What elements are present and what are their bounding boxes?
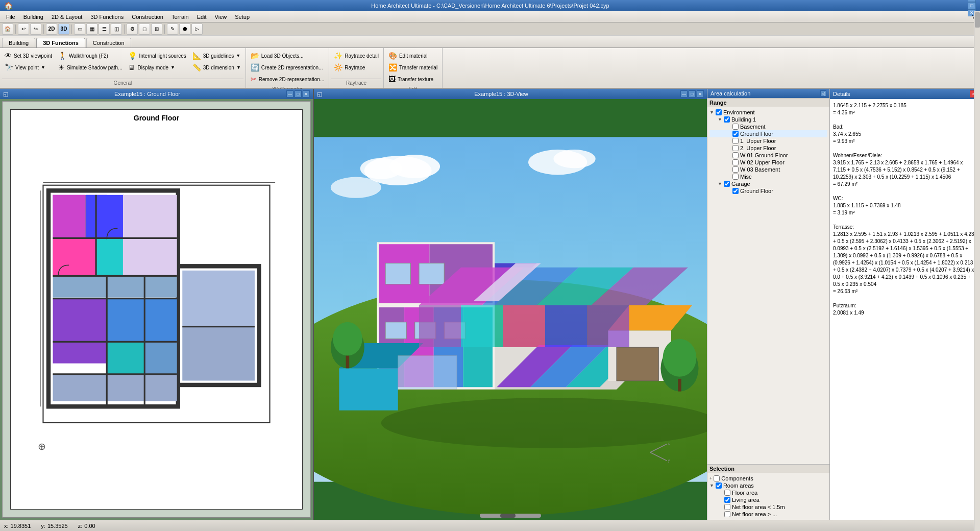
expand-components[interactable]: + (709, 476, 712, 481)
menubar: File Building 2D & Layout 3D Functions C… (0, 11, 980, 22)
load-3d-objects-btn[interactable]: 📂 Load 3D Objects... (248, 50, 327, 61)
transfer-material-btn[interactable]: 🔀 Transfer material (386, 62, 440, 73)
general-col2: 🚶 Walkthrough (F2) ☀ Simulate Shadow pat… (56, 50, 125, 73)
set-3d-viewpoint-btn[interactable]: 👁 Set 3D viewpoint (2, 50, 55, 61)
menu-file[interactable]: File (2, 11, 19, 22)
cb-net-floor-1[interactable] (724, 504, 730, 510)
cb-upper2[interactable] (732, 145, 739, 151)
tree-item-basement[interactable]: Basement (709, 123, 827, 130)
cb-upper1[interactable] (732, 138, 739, 144)
tree-item-groundfloor[interactable]: Ground Floor (709, 130, 827, 137)
main-toolbar: 👁 Set 3D viewpoint 🔭 View point ▼ 🚶 Walk… (0, 48, 980, 89)
details-scrollbar[interactable] (974, 11, 980, 531)
tree-item-room-areas[interactable]: ▼ Room areas (709, 482, 827, 489)
raytrace-btn[interactable]: 🔆 Raytrace (331, 62, 381, 73)
menu-3d-functions[interactable]: 3D Functions (86, 11, 128, 22)
undo-btn[interactable]: ↩ (18, 23, 29, 35)
tree-item-net-floor-1[interactable]: Net floor area < 1.5m (709, 503, 827, 511)
cb-room-areas[interactable] (716, 482, 722, 489)
view-point-btn[interactable]: 🔭 View point ▼ (2, 62, 55, 73)
tree-item-upper2[interactable]: 2. Upper Floor (709, 144, 827, 152)
internal-lights-btn[interactable]: 💡 Internal light sources (126, 50, 188, 61)
tree-item-building1[interactable]: ▼ Building 1 (709, 116, 827, 123)
view3d-scrollbar[interactable] (480, 514, 541, 518)
redo-btn[interactable]: ↪ (30, 23, 41, 35)
maximize-button[interactable]: □ (968, 2, 976, 9)
cb-w03[interactable] (732, 166, 739, 173)
cb-groundfloor[interactable] (732, 131, 739, 137)
square-btn[interactable]: ◻ (139, 23, 150, 35)
right-max-btn[interactable]: □ (689, 90, 696, 98)
tree-item-w03[interactable]: W 03 Basement (709, 166, 827, 173)
left-min-btn[interactable]: — (286, 90, 293, 98)
menu-construction[interactable]: Construction (128, 11, 167, 22)
expand-roomareas[interactable]: ▼ (709, 483, 714, 488)
cb-floor-area[interactable] (724, 490, 730, 496)
play-btn[interactable]: ▷ (191, 23, 203, 35)
menu-building[interactable]: Building (19, 11, 47, 22)
tree-item-environment[interactable]: ▼ Environment (709, 109, 827, 116)
grid2-btn[interactable]: ⊞ (151, 23, 162, 35)
guideline-icon: 📐 (192, 52, 201, 60)
cb-misc[interactable] (732, 174, 739, 180)
tree-item-net-floor-2[interactable]: Net floor area > ... (709, 511, 827, 518)
cb-garage[interactable] (724, 181, 730, 187)
edit-material-btn[interactable]: 🎨 Edit material (386, 50, 440, 61)
tree-item-floor-area[interactable]: Floor area (709, 489, 827, 496)
area-expand-btn[interactable]: ◁ (820, 90, 826, 96)
display-mode-btn[interactable]: 🖥 Display mode ▼ (126, 62, 188, 73)
3d-dimension-btn[interactable]: 📏 3D dimension ▼ (190, 62, 243, 73)
transfer-texture-btn[interactable]: 🖼 Transfer texture (386, 74, 440, 85)
tree-item-misc[interactable]: Misc (709, 173, 827, 180)
tab-3d-functions[interactable]: 3D Functions (36, 38, 85, 47)
cb-components[interactable] (714, 475, 720, 481)
menu-edit[interactable]: Edit (193, 11, 211, 22)
expand-garage[interactable]: ▼ (718, 181, 722, 186)
walkthrough-btn[interactable]: 🚶 Walkthrough (F2) (56, 50, 125, 61)
cb-w02[interactable] (732, 159, 739, 165)
right-min-btn[interactable]: — (680, 90, 688, 98)
tree-item-garage-gf[interactable]: Ground Floor (709, 187, 827, 195)
expand-building1[interactable]: ▼ (718, 117, 722, 122)
shape-btn[interactable]: ⬟ (179, 23, 190, 35)
tab-construction[interactable]: Construction (86, 38, 131, 47)
create-2d-btn[interactable]: 🔄 Create 2D representation... (248, 62, 327, 73)
menu-setup[interactable]: Setup (231, 11, 254, 22)
2d-btn[interactable]: 2D (46, 23, 57, 35)
left-max-btn[interactable]: □ (295, 90, 302, 98)
cb-basement[interactable] (732, 124, 739, 130)
pencil-btn[interactable]: ✎ (167, 23, 178, 35)
tree-item-garage[interactable]: ▼ Garage (709, 180, 827, 187)
lines-btn[interactable]: ☰ (99, 23, 110, 35)
menu-view[interactable]: View (211, 11, 231, 22)
tree-item-living-area[interactable]: Living area (709, 496, 827, 503)
cb-building1[interactable] (724, 116, 730, 123)
cb-environment[interactable] (716, 109, 722, 115)
3d-btn[interactable]: 3D (58, 23, 69, 35)
split-btn[interactable]: ◫ (111, 23, 122, 35)
cb-garage-gf[interactable] (732, 188, 739, 194)
menu-2d-layout[interactable]: 2D & Layout (47, 11, 87, 22)
left-close-btn[interactable]: ✕ (303, 90, 310, 98)
tree-item-components[interactable]: + Components (709, 475, 827, 482)
home-icon-btn[interactable]: 🏠 (2, 23, 13, 35)
cb-w01[interactable] (732, 152, 739, 158)
remove-2d-btn[interactable]: ✂ Remove 2D-representation... (248, 74, 327, 85)
view3d-container[interactable]: x y (314, 99, 707, 520)
raytrace-detail-btn[interactable]: ✨ Raytrace detail (331, 50, 381, 61)
tab-building[interactable]: Building (2, 38, 35, 47)
3d-guidelines-btn[interactable]: 📐 3D guidelines ▼ (190, 50, 243, 61)
texture-icon: 🖼 (388, 75, 396, 83)
tree-item-upper1[interactable]: 1. Upper Floor (709, 137, 827, 144)
cb-living-area[interactable] (724, 497, 730, 503)
cb-net-floor-2[interactable] (724, 511, 730, 517)
right-close-btn[interactable]: ✕ (697, 90, 704, 98)
grid-btn[interactable]: ▦ (86, 23, 97, 35)
tree-item-w02[interactable]: W 02 Upper Floor (709, 159, 827, 166)
expand-environment[interactable]: ▼ (709, 110, 714, 115)
menu-terrain[interactable]: Terrain (167, 11, 193, 22)
simulate-shadow-btn[interactable]: ☀ Simulate Shadow path... (56, 62, 125, 73)
settings-btn[interactable]: ⚙ (127, 23, 138, 35)
tree-item-w01[interactable]: W 01 Ground Floor (709, 152, 827, 159)
walls-btn[interactable]: ▭ (74, 23, 85, 35)
